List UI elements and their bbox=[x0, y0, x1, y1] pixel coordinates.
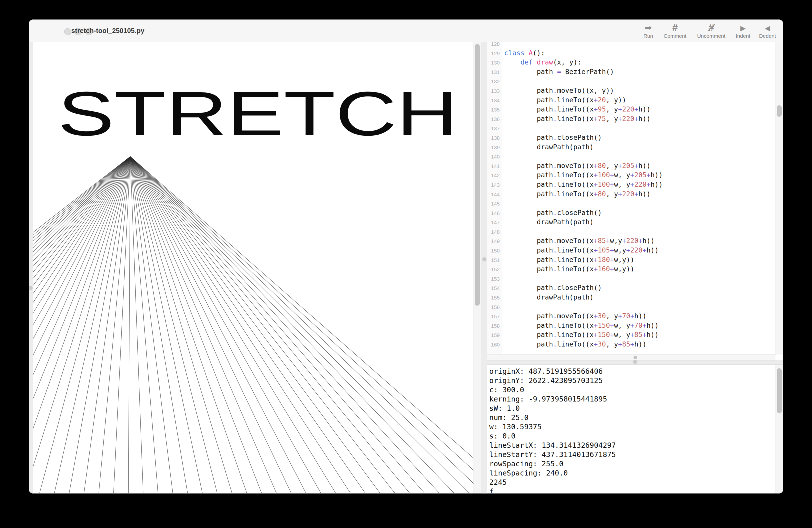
drawing-preview-pane: STRETCH bbox=[33, 42, 481, 494]
code-line-text: path.closePath() bbox=[504, 284, 602, 292]
app-window: stretch-tool_250105.py ➡Run#Comment#Unco… bbox=[29, 19, 783, 494]
line-number: 132 bbox=[487, 77, 500, 86]
line-number: 140 bbox=[487, 152, 500, 161]
code-line: 155 drawPath(path) bbox=[487, 293, 775, 302]
line-number: 151 bbox=[487, 255, 500, 265]
code-line-text: path.closePath() bbox=[504, 133, 602, 141]
line-number: 133 bbox=[487, 86, 500, 96]
code-line-text: path.lineTo((x+105+w,y+220+h)) bbox=[504, 246, 659, 254]
output-console-pane[interactable]: originX: 487.5191955566406originY: 2622.… bbox=[487, 365, 783, 494]
code-line-text: path.lineTo((x+80, y+220+h)) bbox=[504, 190, 651, 198]
toolbar-dedent-button[interactable]: ◀Dedent bbox=[749, 21, 783, 39]
code-line: 139 drawPath(path) bbox=[487, 142, 775, 152]
code-line-text: drawPath(path) bbox=[504, 218, 594, 226]
code-line: 137 bbox=[487, 123, 775, 133]
code-line: 129class A(): bbox=[487, 48, 775, 58]
code-line-text: def draw(x, y): bbox=[504, 58, 581, 66]
hash-icon: # bbox=[656, 21, 694, 33]
window-title: stretch-tool_250105.py bbox=[71, 19, 145, 42]
line-number: 149 bbox=[487, 236, 500, 246]
console-line: s: 0.0 bbox=[489, 431, 775, 441]
code-line-text: path.lineTo((x+100+w, y+220+h)) bbox=[504, 180, 663, 188]
code-line-text: path.moveTo((x+30, y+70+h)) bbox=[504, 312, 647, 320]
code-line: 151 path.lineTo((x+180+w,y)) bbox=[487, 255, 775, 264]
horizontal-splitter-handle[interactable] bbox=[633, 360, 637, 364]
code-line: 147 drawPath(path) bbox=[487, 217, 775, 227]
code-line: 142 path.lineTo((x+100+w, y+205+h)) bbox=[487, 170, 775, 180]
line-number: 150 bbox=[487, 246, 500, 255]
line-number: 142 bbox=[487, 171, 500, 180]
code-line-text: path.moveTo((x+80, y+205+h)) bbox=[504, 162, 651, 170]
editor-hscroll-thumb[interactable] bbox=[634, 356, 637, 359]
code-line: 141 path.moveTo((x+80, y+205+h)) bbox=[487, 161, 775, 171]
line-number: 158 bbox=[487, 321, 500, 331]
line-number: 147 bbox=[487, 218, 500, 227]
code-editor-pane[interactable]: 128129class A():130 def draw(x, y):131 p… bbox=[487, 42, 783, 361]
console-line: originX: 487.5191955566406 bbox=[489, 367, 775, 376]
line-number: 131 bbox=[487, 68, 500, 77]
console-line: lineStartX: 134.3141326904297 bbox=[489, 441, 775, 450]
editor-vscrollbar bbox=[775, 42, 783, 354]
code-line: 153 bbox=[487, 274, 775, 283]
stretch-headline: STRETCH bbox=[58, 79, 458, 148]
console-line: kerning: -9.973958015441895 bbox=[489, 395, 775, 404]
code-line: 136 path.lineTo((x+75, y+220+h)) bbox=[487, 114, 775, 123]
editor-vscroll-thumb[interactable] bbox=[777, 105, 782, 117]
code-line-text: drawPath(path) bbox=[504, 143, 594, 151]
code-line-text: path.moveTo((x, y)) bbox=[504, 87, 614, 94]
code-line: 128 bbox=[487, 42, 775, 48]
line-number: 155 bbox=[487, 293, 500, 303]
code-line-text: path.closePath() bbox=[504, 209, 602, 217]
code-line: 143 path.lineTo((x+100+w, y+220+h)) bbox=[487, 180, 775, 189]
code-line-text: path.lineTo((x+100+w, y+205+h)) bbox=[504, 171, 663, 179]
line-number: 156 bbox=[487, 303, 500, 312]
line-number: 129 bbox=[487, 49, 500, 58]
code-line: 160 path.lineTo((x+30, y+85+h)) bbox=[487, 339, 775, 349]
line-number: 137 bbox=[487, 124, 500, 133]
code-line: 132 bbox=[487, 76, 775, 86]
code-line: 133 path.moveTo((x, y)) bbox=[487, 86, 775, 95]
preview-vscrollbar bbox=[474, 42, 481, 493]
toolbar-comment-button[interactable]: #Comment bbox=[656, 21, 694, 39]
code-line: 144 path.lineTo((x+80, y+220+h)) bbox=[487, 189, 775, 199]
code-line-text: path.lineTo((x+160+w,y)) bbox=[504, 265, 634, 273]
title-bar: stretch-tool_250105.py ➡Run#Comment#Unco… bbox=[29, 19, 783, 42]
drawing-canvas: STRETCH bbox=[33, 42, 481, 494]
console-line: num: 25.0 bbox=[489, 413, 775, 422]
code-line-text: path.lineTo((x+20, y)) bbox=[504, 96, 626, 104]
preview-vscroll-thumb[interactable] bbox=[475, 44, 480, 306]
code-line: 154 path.closePath() bbox=[487, 283, 775, 293]
line-number: 154 bbox=[487, 283, 500, 293]
code-line: 149 path.moveTo((x+85+w,y+220+h)) bbox=[487, 236, 775, 246]
left-pane-strip bbox=[29, 42, 33, 494]
code-line-text: path.lineTo((x+30, y+85+h)) bbox=[504, 340, 647, 348]
code-line-text: path.lineTo((x+75, y+220+h)) bbox=[504, 115, 651, 122]
toolbar-label: Dedent bbox=[749, 33, 783, 39]
line-number: 128 bbox=[487, 42, 500, 49]
triangle-left-icon: ◀ bbox=[749, 21, 783, 33]
console-line: lineStartY: 437.3114013671875 bbox=[489, 450, 775, 459]
line-number: 159 bbox=[487, 331, 500, 340]
code-line: 145 bbox=[487, 199, 775, 208]
code-line: 130 def draw(x, y): bbox=[487, 58, 775, 67]
code-line: 146 path.closePath() bbox=[487, 208, 775, 218]
line-number: 136 bbox=[487, 115, 500, 124]
code-line: 148 bbox=[487, 227, 775, 236]
line-number: 148 bbox=[487, 227, 500, 237]
console-vscroll-thumb[interactable] bbox=[777, 368, 782, 413]
left-splitter-handle[interactable] bbox=[29, 286, 33, 290]
console-line: rowSpacing: 255.0 bbox=[489, 459, 775, 469]
close-button[interactable] bbox=[64, 28, 71, 35]
code-line: 159 path.lineTo((x+150+w, y+85+h)) bbox=[487, 330, 775, 339]
line-fan-graphic bbox=[33, 157, 481, 494]
code-text-area[interactable]: 128129class A():130 def draw(x, y):131 p… bbox=[487, 42, 775, 349]
console-vscrollbar bbox=[775, 365, 783, 493]
code-line: 157 path.moveTo((x+30, y+70+h)) bbox=[487, 311, 775, 321]
console-line: f bbox=[489, 487, 775, 494]
code-line: 150 path.lineTo((x+105+w,y+220+h)) bbox=[487, 246, 775, 255]
code-line: 158 path.lineTo((x+150+w, y+70+h)) bbox=[487, 321, 775, 330]
line-number: 160 bbox=[487, 340, 500, 350]
code-line-text: path.lineTo((x+95, y+220+h)) bbox=[504, 105, 651, 113]
vertical-splitter-handle[interactable] bbox=[482, 257, 487, 262]
console-line: 2245 bbox=[489, 478, 775, 487]
